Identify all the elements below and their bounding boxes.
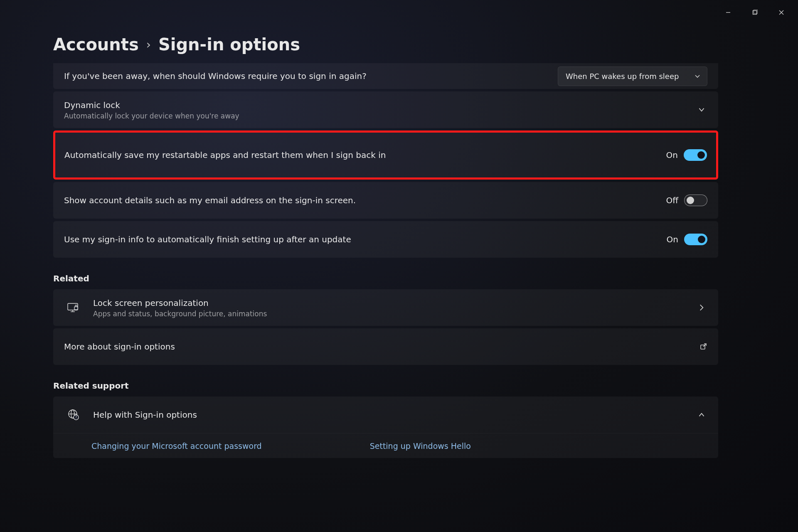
signin-timeout-dropdown[interactable]: When PC wakes up from sleep [558, 66, 707, 86]
globe-help-icon: ? [64, 406, 81, 424]
auto-finish-label: Use my sign-in info to automatically fin… [64, 234, 667, 245]
help-signin-links: Changing your Microsoft account password… [53, 433, 718, 458]
link-setup-windows-hello[interactable]: Setting up Windows Hello [370, 441, 471, 451]
maximize-button[interactable] [741, 5, 768, 20]
chevron-right-icon: › [146, 38, 151, 52]
breadcrumb: Accounts › Sign-in options [53, 35, 718, 54]
svg-rect-8 [74, 307, 78, 310]
dynamic-lock-sub: Automatically lock your device when you'… [64, 112, 696, 120]
minimize-button[interactable] [715, 5, 741, 20]
close-button[interactable] [768, 5, 795, 20]
signin-timeout-value: When PC wakes up from sleep [566, 72, 679, 81]
restart-apps-toggle[interactable] [684, 149, 707, 161]
link-change-password[interactable]: Changing your Microsoft account password [91, 441, 262, 451]
show-account-toggle[interactable] [684, 195, 707, 206]
help-signin-title: Help with Sign-in options [93, 409, 696, 421]
chevron-up-icon[interactable] [696, 409, 707, 421]
related-support-header: Related support [53, 381, 718, 391]
show-account-details-row: Show account details such as my email ad… [53, 182, 718, 219]
signin-timeout-label: If you've been away, when should Windows… [64, 71, 367, 82]
auto-finish-toggle[interactable] [684, 234, 707, 245]
lock-screen-personalization-row[interactable]: Lock screen personalization Apps and sta… [53, 289, 718, 326]
more-about-title: More about sign-in options [64, 341, 699, 352]
dynamic-lock-row[interactable]: Dynamic lock Automatically lock your dev… [53, 91, 718, 128]
open-external-icon [699, 342, 707, 351]
restart-apps-row-highlighted: Automatically save my restartable apps a… [53, 131, 718, 180]
restart-apps-label: Automatically save my restartable apps a… [64, 150, 666, 161]
more-about-signin-row[interactable]: More about sign-in options [53, 328, 718, 365]
breadcrumb-parent[interactable]: Accounts [53, 35, 139, 54]
lock-screen-title: Lock screen personalization [93, 298, 696, 309]
related-header: Related [53, 273, 718, 283]
show-account-details-label: Show account details such as my email ad… [64, 195, 666, 206]
chevron-right-icon [696, 302, 707, 313]
help-signin-row[interactable]: ? Help with Sign-in options [53, 397, 718, 433]
svg-text:?: ? [75, 416, 77, 419]
auto-finish-setup-row: Use my sign-in info to automatically fin… [53, 221, 718, 258]
monitor-lock-icon [64, 299, 81, 316]
page-title: Sign-in options [158, 35, 300, 54]
signin-timeout-row: If you've been away, when should Windows… [53, 63, 718, 89]
lock-screen-sub: Apps and status, background picture, ani… [93, 310, 696, 318]
restart-apps-state-label: On [666, 150, 678, 160]
svg-rect-1 [753, 11, 757, 15]
dynamic-lock-title: Dynamic lock [64, 100, 696, 111]
window-titlebar [715, 0, 798, 20]
chevron-down-icon[interactable] [696, 104, 707, 116]
settings-content: Accounts › Sign-in options If you've bee… [53, 35, 718, 461]
show-account-state-label: Off [666, 195, 678, 205]
auto-finish-state-label: On [667, 234, 678, 244]
chevron-down-icon [694, 72, 701, 80]
